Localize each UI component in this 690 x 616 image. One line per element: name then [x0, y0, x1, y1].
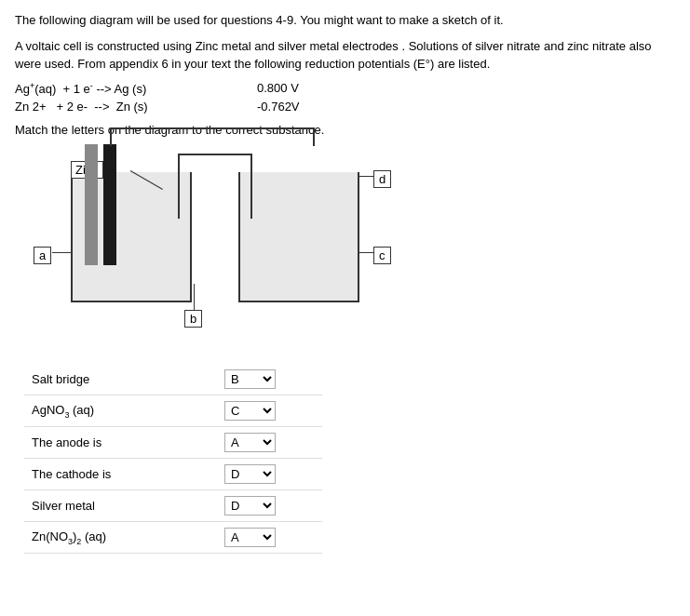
match-row-select[interactable]: ABCD [224, 496, 276, 516]
equation-1-right: 0.800 V [257, 81, 299, 95]
line-a [52, 252, 73, 253]
match-row-select[interactable]: ABCD [224, 433, 276, 452]
match-instruction: Match the letters on the diagram to the … [15, 123, 675, 137]
wire-left [110, 127, 112, 146]
equation-2-right: -0.762V [257, 100, 300, 114]
equation-row-1: Ag+(aq) + 1 e- --> Ag (s) 0.800 V [15, 81, 675, 96]
match-row-select[interactable]: ABCD [224, 369, 276, 389]
wire-right [313, 127, 315, 146]
match-row-select[interactable]: ABCD [224, 401, 276, 421]
label-b: b [184, 310, 202, 328]
match-row-select-cell[interactable]: ABCD [217, 521, 322, 553]
right-beaker [238, 172, 359, 302]
match-table: Salt bridgeABCDAgNO3 (aq)ABCDThe anode i… [24, 364, 322, 554]
match-row-label: Salt bridge [24, 364, 217, 395]
intro-paragraph-1: The following diagram will be used for q… [15, 11, 675, 30]
voltaic-cell-diagram: Zinc a b c d [34, 144, 406, 349]
match-row-select-cell[interactable]: ABCD [217, 426, 322, 458]
match-row-label: Zn(NO3)2 (aq) [24, 521, 217, 553]
equation-row-2: Zn 2+ + 2 e- --> Zn (s) -0.762V [15, 100, 675, 114]
line-c [359, 252, 374, 253]
match-row-label: Silver metal [24, 489, 217, 521]
wire-top [110, 127, 315, 129]
intro-paragraph-2: A voltaic cell is constructed using Zinc… [15, 37, 675, 74]
match-row: Salt bridgeABCD [24, 364, 322, 395]
zinc-electrode [103, 144, 116, 265]
match-row: AgNO3 (aq)ABCD [24, 395, 322, 426]
salt-bridge [178, 154, 252, 219]
match-row-select[interactable]: ABCD [224, 464, 276, 484]
match-row: The cathode isABCD [24, 458, 322, 489]
line-b-vertical [194, 284, 195, 310]
match-row: The anode isABCD [24, 426, 322, 458]
match-row-label: AgNO3 (aq) [24, 395, 217, 426]
label-a: a [34, 247, 51, 264]
match-row-select-cell[interactable]: ABCD [217, 489, 322, 521]
line-d [359, 176, 374, 177]
match-row-label: The anode is [24, 426, 217, 458]
label-c: c [373, 247, 391, 264]
equation-1-left: Ag+(aq) + 1 e- --> Ag (s) [15, 81, 220, 96]
label-d: d [373, 170, 391, 188]
equations-section: Ag+(aq) + 1 e- --> Ag (s) 0.800 V Zn 2+ … [15, 81, 675, 114]
match-row-label: The cathode is [24, 458, 217, 489]
equation-2-left: Zn 2+ + 2 e- --> Zn (s) [15, 100, 220, 114]
match-row: Silver metalABCD [24, 489, 322, 521]
match-row-select[interactable]: ABCD [224, 528, 276, 547]
match-row-select-cell[interactable]: ABCD [217, 458, 322, 489]
match-row-select-cell[interactable]: ABCD [217, 395, 322, 426]
match-row-select-cell[interactable]: ABCD [217, 364, 322, 395]
right-beaker-body [238, 172, 359, 302]
silver-electrode [85, 144, 98, 265]
match-row: Zn(NO3)2 (aq)ABCD [24, 521, 322, 553]
